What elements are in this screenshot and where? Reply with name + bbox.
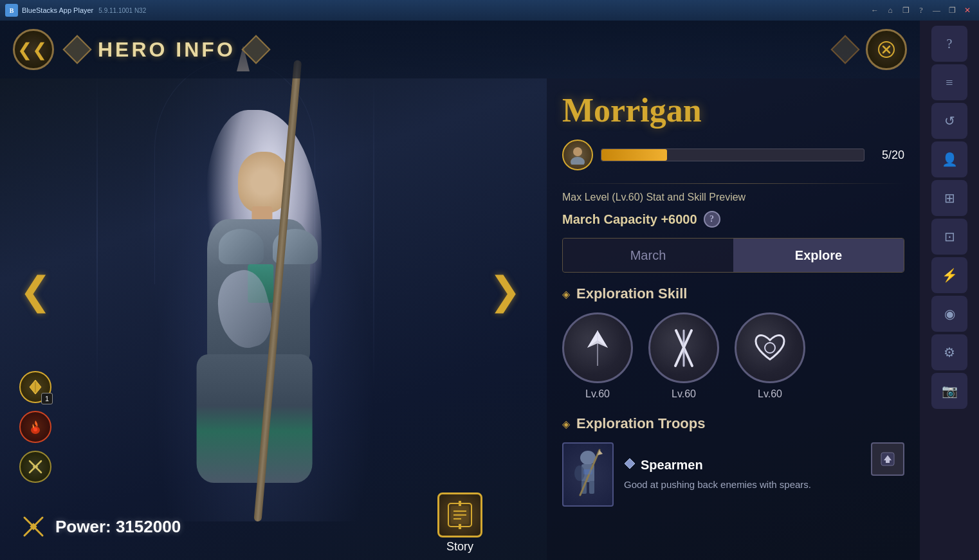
bluestacks-sidebar: ? ≡ ↺ 👤 ⊞ ⊡ ⚡ ◉ ⚙ 📷: [920, 21, 979, 560]
svg-marker-23: [587, 330, 608, 348]
troop-description: Good at pushing back enemies with spears…: [624, 478, 861, 491]
stat-preview-text: Max Level (Lv.60) Stat and Skill Preview: [562, 192, 904, 203]
close-button[interactable]: [866, 29, 907, 70]
tab-bar: March Explore: [562, 238, 904, 273]
sidebar-icon-5[interactable]: ⊞: [931, 180, 967, 216]
sidebar-icon-3[interactable]: ↺: [931, 103, 967, 139]
svg-rect-36: [583, 469, 592, 474]
hero-portrait-area: ❮ ❯ 1: [0, 21, 527, 560]
hero-avatar: [562, 140, 593, 170]
sidebar-icon-6[interactable]: ⊡: [931, 219, 967, 255]
tab-march[interactable]: March: [563, 239, 733, 272]
troop-name: Spearmen: [641, 458, 703, 473]
troop-diamond-icon: [624, 458, 636, 469]
upload-icon: [879, 450, 897, 468]
exploration-skill-header: ◈ Exploration Skill: [562, 285, 904, 302]
svg-marker-22: [587, 330, 608, 348]
skill-item-2: Lv.60: [648, 312, 719, 400]
game-area: ❮❮ HERO INFO: [0, 21, 920, 560]
change-troop-button[interactable]: [871, 442, 904, 476]
element-icon[interactable]: [19, 411, 51, 443]
titlebar-back-button[interactable]: ←: [868, 4, 881, 17]
sidebar-icon-2[interactable]: ≡: [931, 64, 967, 100]
svg-point-20: [573, 147, 582, 156]
troop-name-row: Spearmen: [624, 458, 861, 473]
titlebar-version: 5.9.11.1001 N32: [98, 7, 866, 14]
skill-2-icon: [663, 327, 705, 369]
tab-explore[interactable]: Explore: [733, 239, 904, 272]
hero-info-panel: Morrigan 5/20 Max Level (Lv.60) Stat and…: [547, 78, 920, 560]
svg-point-21: [571, 157, 585, 165]
class-icon[interactable]: [19, 451, 51, 483]
svg-rect-40: [886, 460, 890, 463]
x-icon: [877, 41, 895, 59]
skill-1-icon: [577, 327, 619, 369]
skill-level-3: Lv.60: [758, 388, 782, 400]
help-button[interactable]: ?: [704, 211, 720, 228]
march-capacity-row: March Capacity +6000 ?: [562, 211, 904, 228]
header-ornament-left: [62, 35, 91, 64]
story-button[interactable]: Story: [437, 492, 482, 554]
skill-item-3: Lv.60: [735, 312, 805, 400]
svg-line-25: [676, 330, 692, 366]
previous-hero-button[interactable]: ❮: [19, 267, 51, 313]
close-window-button[interactable]: ✕: [961, 4, 974, 17]
skill-icon-1[interactable]: [562, 312, 633, 383]
power-icon: [19, 512, 48, 541]
page-title: HERO INFO: [98, 38, 235, 62]
minimize-button[interactable]: —: [930, 4, 943, 17]
header: ❮❮ HERO INFO: [0, 21, 920, 78]
maximize-button[interactable]: ❐: [946, 4, 958, 17]
titlebar-app-name: BlueStacks App Player: [22, 6, 93, 14]
sidebar-icon-1[interactable]: ?: [931, 26, 967, 62]
exploration-troops-header: ◈ Exploration Troops: [562, 415, 904, 432]
troop-type-icon: [624, 458, 636, 473]
header-title-area: HERO INFO: [67, 38, 266, 62]
skill-item-1: Lv.60: [562, 312, 633, 400]
troop-info: Spearmen Good at pushing back enemies wi…: [624, 458, 861, 491]
skill-icon-3[interactable]: [735, 312, 805, 383]
march-capacity-text: March Capacity +6000: [562, 212, 697, 227]
skill-level-2: Lv.60: [672, 388, 696, 400]
divider-1: [562, 183, 904, 184]
spearman-figure: [571, 449, 606, 500]
sidebar-icon-4[interactable]: 👤: [931, 141, 967, 177]
hero-attribute-icons: 1: [19, 371, 51, 483]
svg-line-27: [675, 330, 691, 366]
sidebar-icon-9[interactable]: ⚙: [931, 334, 967, 370]
svg-point-6: [33, 428, 37, 431]
sidebar-icon-10[interactable]: 📷: [931, 373, 967, 409]
fire-icon: [27, 419, 44, 435]
header-deco-right: [835, 39, 855, 60]
hero-portrait-icon: [568, 145, 587, 165]
svg-marker-37: [625, 458, 635, 469]
header-ornament-right: [241, 35, 270, 64]
troop-figure: [562, 442, 614, 507]
skill-section-diamond: ◈: [562, 288, 570, 300]
titlebar: B BlueStacks App Player 5.9.11.1001 N32 …: [0, 0, 979, 21]
help-button[interactable]: ?: [915, 4, 928, 17]
level-text: 5/20: [872, 149, 904, 162]
book-icon: [444, 500, 475, 530]
rank-badge: 1: [41, 393, 53, 404]
skills-row: Lv.60 Lv.60: [562, 312, 904, 400]
story-icon: [437, 492, 482, 537]
svg-rect-32: [589, 481, 594, 494]
rank-icon-wrapper: 1: [19, 371, 51, 403]
power-display: Power: 3152000: [19, 512, 181, 541]
sidebar-icon-7[interactable]: ⚡: [931, 257, 967, 293]
svg-point-28: [765, 343, 775, 353]
skill-icon-2[interactable]: [648, 312, 719, 383]
titlebar-home-button[interactable]: ⌂: [884, 4, 897, 17]
exploration-troops-title: Exploration Troops: [576, 415, 705, 432]
next-hero-button[interactable]: ❯: [489, 267, 521, 313]
troops-row: Spearmen Good at pushing back enemies wi…: [562, 442, 904, 507]
back-button[interactable]: ❮❮: [13, 29, 54, 70]
sidebar-icon-8[interactable]: ◉: [931, 296, 967, 332]
level-progress-bar: [601, 149, 865, 161]
swords-icon: [27, 458, 44, 475]
svg-point-35: [574, 465, 585, 481]
titlebar-snap-button[interactable]: ❒: [899, 4, 912, 17]
troops-section-diamond: ◈: [562, 418, 570, 430]
svg-rect-19: [459, 524, 461, 529]
